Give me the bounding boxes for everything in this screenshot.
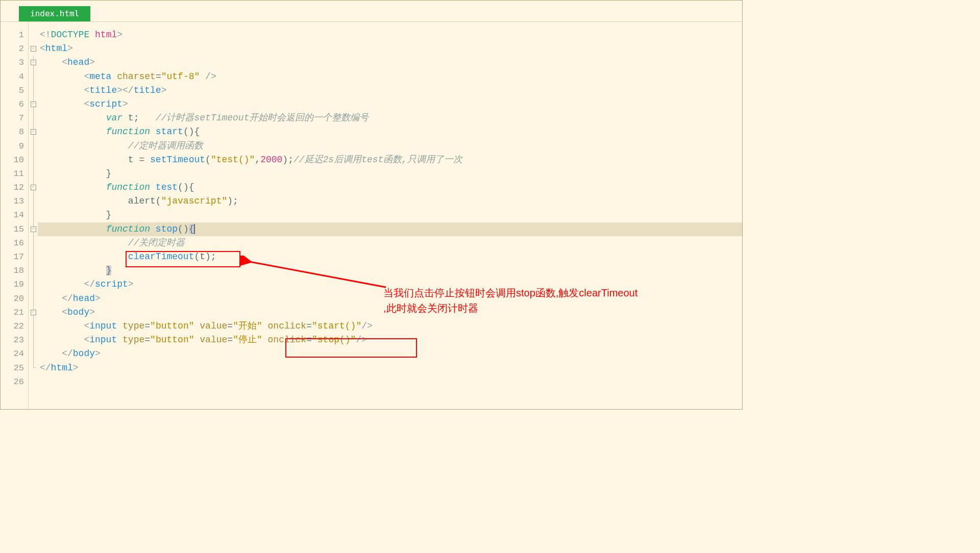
code-line[interactable]: <head> [38,56,742,69]
line-number: 21 [1,306,28,319]
code-line[interactable]: } [38,167,742,181]
line-number: 7 [1,111,28,125]
code-line[interactable]: <input type="button" value="开始" onclick=… [38,319,742,333]
code-content[interactable]: <!DOCTYPE html> <html> <head> <meta char… [38,22,742,409]
code-line[interactable]: //关闭定时器 [38,236,742,250]
line-number: 22 [1,319,28,333]
line-number: 20 [1,292,28,306]
fold-toggle-icon[interactable]: − [31,185,36,190]
line-number: 14 [1,208,28,222]
line-number: 2 [1,42,28,56]
line-number: 8 [1,125,28,139]
tab-index-html[interactable]: index.html [19,6,90,21]
code-line-active[interactable]: function stop(){ [38,222,742,236]
code-line[interactable] [38,375,742,389]
line-number: 25 [1,361,28,375]
line-number: 23 [1,333,28,347]
fold-toggle-icon[interactable]: − [31,310,36,315]
line-number: 3 [1,56,28,69]
line-number: 17 [1,250,28,264]
gutter: 1 2 3 4 5 6 7 8 9 10 11 12 13 14 15 16 1… [1,22,29,409]
code-line[interactable]: //定时器调用函数 [38,139,742,153]
fold-column: − − − − − − − [29,22,38,409]
code-line[interactable]: } [38,208,742,222]
code-line[interactable]: } [38,264,742,278]
code-line[interactable]: function start(){ [38,125,742,139]
line-number: 12 [1,181,28,194]
code-line[interactable]: t = setTimeout("test()",2000);//延迟2s后调用t… [38,153,742,167]
code-line[interactable]: <meta charset="utf-8" /> [38,70,742,84]
line-number: 13 [1,194,28,208]
fold-toggle-icon[interactable]: − [31,60,36,65]
code-line[interactable]: <html> [38,42,742,56]
annotation-text: 当我们点击停止按钮时会调用stop函数,触发clearTimeout ,此时就会… [383,285,690,316]
fold-toggle-icon[interactable]: − [31,102,36,107]
line-number: 15 [1,222,28,236]
line-number: 19 [1,278,28,291]
code-line[interactable]: <input type="button" value="停止" onclick=… [38,333,742,347]
code-line[interactable]: var t; //计时器setTimeout开始时会返回的一个整数编号 [38,111,742,125]
line-number: 26 [1,375,28,389]
code-line[interactable]: clearTimeout(t); [38,250,742,264]
code-line[interactable]: </body> [38,347,742,361]
fold-toggle-icon[interactable]: − [31,46,36,52]
line-number: 1 [1,28,28,42]
code-line[interactable]: <!DOCTYPE html> [38,28,742,42]
line-number: 24 [1,347,28,361]
fold-toggle-icon[interactable]: − [31,129,36,135]
code-line[interactable]: alert("javascript"); [38,194,742,208]
line-number: 10 [1,153,28,167]
code-line[interactable]: <script> [38,97,742,111]
fold-toggle-icon[interactable]: − [31,227,36,232]
code-line[interactable]: </html> [38,361,742,375]
line-number: 6 [1,97,28,111]
tab-bar: index.html [1,1,742,22]
code-line[interactable]: <title></title> [38,84,742,97]
text-cursor [194,224,195,234]
code-editor: index.html 1 2 3 4 5 6 7 8 9 10 11 12 13… [0,0,743,410]
line-number: 16 [1,236,28,250]
code-area[interactable]: 1 2 3 4 5 6 7 8 9 10 11 12 13 14 15 16 1… [1,22,742,409]
line-number: 9 [1,139,28,153]
line-number: 11 [1,167,28,181]
line-number: 5 [1,84,28,97]
line-number: 4 [1,70,28,84]
line-number: 18 [1,264,28,278]
code-line[interactable]: function test(){ [38,181,742,194]
